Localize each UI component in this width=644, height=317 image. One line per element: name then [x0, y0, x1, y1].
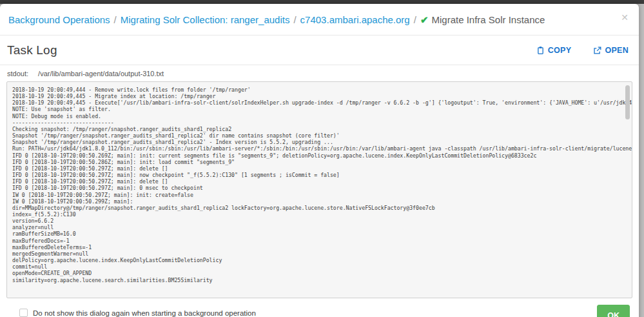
close-icon[interactable]: ✕	[621, 13, 629, 22]
modal-footer: Do not show this dialog again when start…	[0, 298, 639, 317]
breadcrumb-current-task: Migrate Infra Solr Instance	[431, 14, 545, 25]
task-log-section-header: Task Log COPY	[0, 36, 639, 65]
ok-button[interactable]: OK	[597, 305, 630, 317]
log-text: 2018-10-19 20:00:49,444 - Remove write.l…	[7, 82, 632, 288]
copy-button[interactable]: COPY	[536, 46, 572, 55]
breadcrumb: Background Operations/Migrating Solr Col…	[8, 14, 613, 26]
page-title: Task Log	[7, 43, 57, 57]
breadcrumb-link-background-operations[interactable]: Background Operations	[8, 14, 110, 25]
stdout-path: /var/lib/ambari-agent/data/output-310.tx…	[38, 70, 164, 77]
breadcrumb-link-migrating-solr-collection[interactable]: Migrating Solr Collection: ranger_audits	[121, 14, 290, 25]
open-button-label: OPEN	[605, 46, 629, 55]
clipboard-icon	[536, 46, 545, 55]
breadcrumb-separator: /	[414, 14, 416, 25]
external-link-icon	[593, 46, 601, 55]
scrollbar-thumb[interactable]	[625, 85, 630, 119]
dont-show-again-checkbox[interactable]	[19, 309, 28, 317]
stdout-row: stdout: /var/lib/ambari-agent/data/outpu…	[0, 65, 639, 81]
breadcrumb-separator: /	[293, 14, 296, 25]
modal-header: Background Operations/Migrating Solr Col…	[0, 4, 639, 36]
task-log-modal: Background Operations/Migrating Solr Col…	[0, 4, 639, 317]
breadcrumb-separator: /	[114, 14, 117, 25]
stdout-label: stdout:	[7, 70, 28, 77]
dont-show-again-option[interactable]: Do not show this dialog again when start…	[19, 305, 256, 317]
task-success-check-icon: ✔	[420, 14, 429, 25]
copy-button-label: COPY	[548, 46, 572, 55]
log-actions: COPY OPEN	[536, 46, 629, 55]
breadcrumb-link-host[interactable]: c7403.ambari.apache.org	[300, 14, 410, 25]
open-button[interactable]: OPEN	[593, 46, 629, 55]
dont-show-again-label: Do not show this dialog again when start…	[33, 309, 256, 317]
task-log-output[interactable]: 2018-10-19 20:00:49,444 - Remove write.l…	[6, 81, 632, 298]
